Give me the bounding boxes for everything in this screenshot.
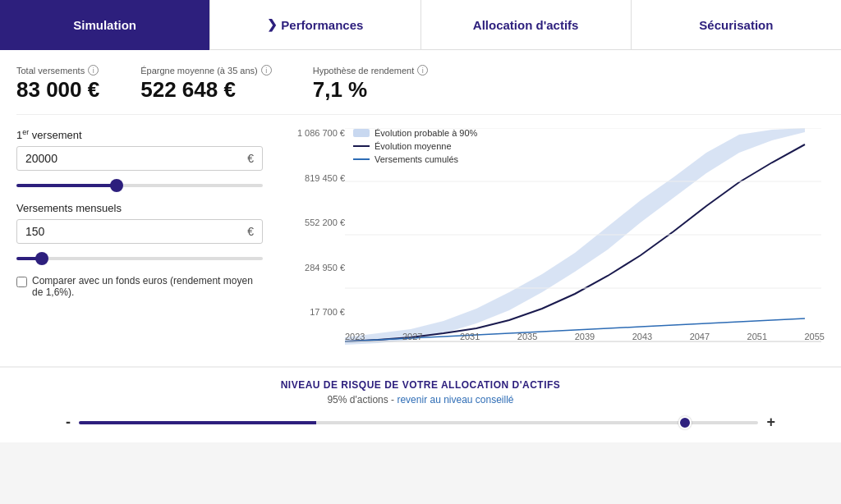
tab-securisation-label: Sécurisation — [699, 18, 773, 32]
versements-mensuels-label: Versements mensuels — [16, 202, 263, 214]
stat-total-versements: Total versements i 83 000 € — [16, 65, 140, 103]
x-axis-labels: 2023 2027 2031 2035 2039 2043 2047 2051 … — [345, 332, 825, 341]
versements-mensuels-input[interactable] — [25, 225, 247, 238]
chart-svg — [345, 128, 821, 350]
y-label-4: 17 700 € — [279, 307, 345, 317]
tab-simulation[interactable]: Simulation — [0, 0, 210, 50]
risk-plus-button[interactable]: + — [766, 414, 775, 431]
tab-allocation[interactable]: Allocation d'actifs — [421, 0, 632, 50]
x-label-0: 2023 — [345, 332, 365, 341]
risk-subtitle-text: 95% d'actions - — [327, 394, 397, 405]
premier-versement-currency: € — [247, 152, 254, 165]
top-navigation: Simulation ❯ Performances Allocation d'a… — [0, 0, 841, 50]
risk-minus-button[interactable]: - — [66, 414, 71, 431]
stat-hypothese: Hypothèse de rendement i 7,1 % — [313, 65, 462, 103]
epargne-value: 522 648 € — [140, 77, 271, 103]
y-axis-labels: 1 086 700 € 819 450 € 552 200 € 284 950 … — [279, 128, 345, 317]
premier-versement-input-row: € — [16, 146, 263, 171]
risk-subtitle: 95% d'actions - revenir au niveau consei… — [16, 394, 825, 405]
x-label-6: 2047 — [690, 332, 710, 341]
compare-checkbox-row: Comparer avec un fonds euros (rendement … — [16, 275, 263, 298]
y-label-2: 552 200 € — [279, 218, 345, 227]
x-label-8: 2055 — [805, 332, 825, 341]
chart-panel: Évolution probable à 90% Évolution moyen… — [279, 128, 825, 358]
premier-versement-label: 1er versement — [16, 128, 263, 141]
versements-mensuels-currency: € — [247, 225, 254, 238]
compare-checkbox-label: Comparer avec un fonds euros (rendement … — [32, 275, 263, 298]
hypothese-info-icon[interactable]: i — [417, 65, 428, 76]
compare-checkbox[interactable] — [16, 277, 27, 287]
y-label-0: 1 086 700 € — [279, 128, 345, 138]
x-label-7: 2051 — [747, 332, 767, 341]
stats-row: Total versements i 83 000 € Épargne moye… — [16, 65, 841, 115]
x-label-3: 2035 — [517, 332, 537, 341]
total-versements-value: 83 000 € — [16, 77, 99, 103]
risk-slider-row: - + — [16, 414, 825, 431]
versements-mensuels-section: Versements mensuels € — [16, 202, 263, 263]
tab-simulation-label: Simulation — [73, 18, 136, 32]
total-versements-info-icon[interactable]: i — [88, 65, 99, 76]
risk-return-link[interactable]: revenir au niveau conseillé — [397, 394, 513, 405]
x-label-1: 2027 — [402, 332, 422, 341]
stat-epargne: Épargne moyenne (à 35 ans) i 522 648 € — [140, 65, 312, 103]
epargne-info-icon[interactable]: i — [261, 65, 272, 76]
y-label-3: 284 950 € — [279, 263, 345, 273]
y-label-1: 819 450 € — [279, 173, 345, 183]
bottom-section: NIVEAU DE RISQUE DE VOTRE ALLOCATION D'A… — [0, 367, 841, 442]
tab-performances[interactable]: ❯ Performances — [210, 0, 420, 50]
chart-area-band — [345, 128, 805, 345]
risk-slider[interactable] — [79, 421, 758, 424]
x-label-4: 2039 — [575, 332, 595, 341]
x-label-2: 2031 — [460, 332, 480, 341]
versements-mensuels-slider-container — [16, 249, 263, 263]
versements-mensuels-slider[interactable] — [16, 257, 263, 260]
premier-versement-slider-container — [16, 176, 263, 190]
chart-mean-line — [345, 144, 805, 341]
left-form-panel: 1er versement € Versements mensuels € — [16, 128, 279, 358]
premier-versement-section: 1er versement € — [16, 128, 263, 190]
premier-versement-slider[interactable] — [16, 184, 263, 187]
epargne-label: Épargne moyenne (à 35 ans) i — [140, 65, 271, 76]
total-versements-label: Total versements i — [16, 65, 99, 76]
performances-arrow-icon: ❯ — [267, 17, 278, 32]
tab-securisation[interactable]: Sécurisation — [632, 0, 841, 50]
main-content: Total versements i 83 000 € Épargne moye… — [0, 50, 841, 367]
hypothese-label: Hypothèse de rendement i — [313, 65, 429, 76]
hypothese-value: 7,1 % — [313, 77, 429, 103]
tab-allocation-label: Allocation d'actifs — [473, 18, 579, 32]
x-label-5: 2043 — [632, 332, 652, 341]
tab-performances-label: Performances — [281, 18, 363, 32]
risk-title: NIVEAU DE RISQUE DE VOTRE ALLOCATION D'A… — [16, 379, 825, 391]
versements-mensuels-input-row: € — [16, 219, 263, 244]
premier-versement-input[interactable] — [25, 152, 247, 165]
